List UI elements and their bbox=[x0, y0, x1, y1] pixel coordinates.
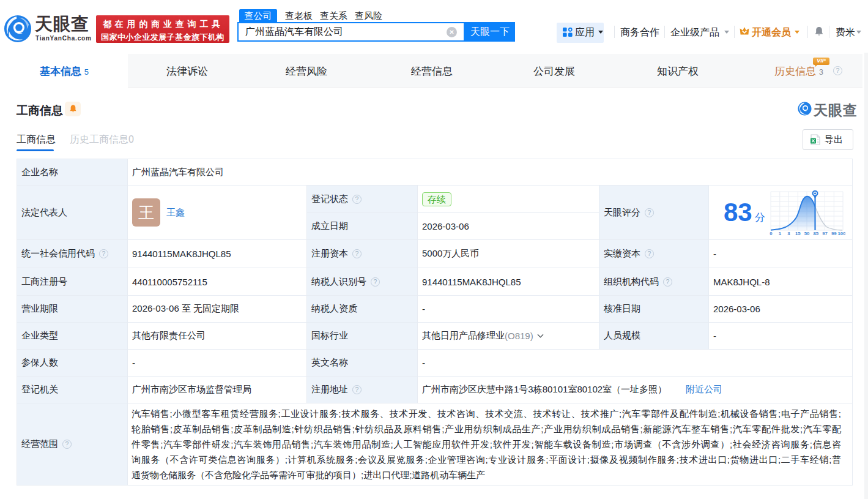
svg-text:85: 85 bbox=[813, 231, 818, 236]
svg-text:99: 99 bbox=[831, 231, 837, 236]
svg-text:15: 15 bbox=[795, 231, 801, 236]
svg-text:1: 1 bbox=[779, 231, 782, 236]
svg-text:97: 97 bbox=[822, 231, 828, 236]
svg-text:0: 0 bbox=[770, 231, 773, 236]
svg-text:100: 100 bbox=[837, 231, 845, 236]
svg-text:3: 3 bbox=[787, 231, 790, 236]
svg-text:50: 50 bbox=[804, 231, 810, 236]
